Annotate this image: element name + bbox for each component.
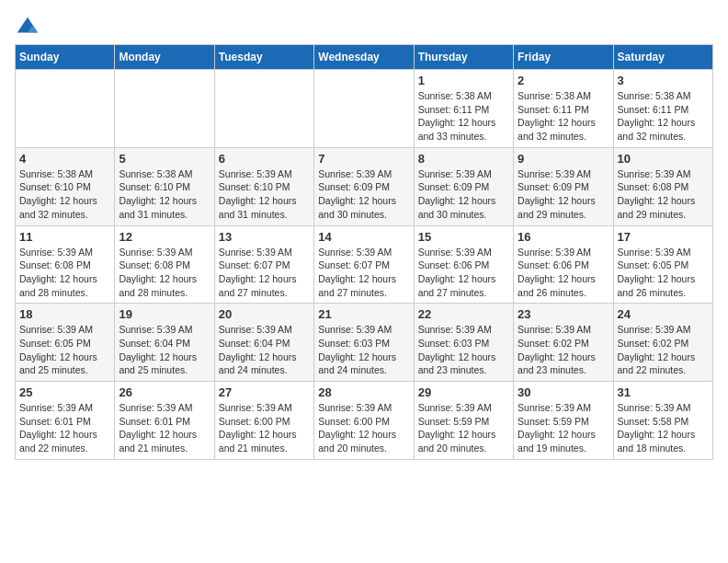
calendar-header-saturday: Saturday xyxy=(613,45,712,70)
day-number: 17 xyxy=(618,230,709,244)
calendar-cell: 20Sunrise: 5:39 AM Sunset: 6:04 PM Dayli… xyxy=(214,304,313,382)
day-number: 19 xyxy=(119,307,210,321)
calendar-cell xyxy=(115,70,214,148)
day-number: 12 xyxy=(119,230,210,244)
day-info: Sunrise: 5:39 AM Sunset: 6:03 PM Dayligh… xyxy=(418,323,509,377)
day-number: 24 xyxy=(618,307,709,321)
calendar-cell: 5Sunrise: 5:38 AM Sunset: 6:10 PM Daylig… xyxy=(115,147,214,225)
day-info: Sunrise: 5:39 AM Sunset: 6:00 PM Dayligh… xyxy=(318,401,409,455)
calendar-cell xyxy=(16,70,115,148)
calendar-cell: 31Sunrise: 5:39 AM Sunset: 5:58 PM Dayli… xyxy=(613,382,712,460)
day-info: Sunrise: 5:39 AM Sunset: 5:59 PM Dayligh… xyxy=(418,401,509,455)
day-number: 25 xyxy=(19,385,110,399)
day-number: 20 xyxy=(219,307,310,321)
header xyxy=(15,15,713,40)
day-number: 3 xyxy=(618,74,709,87)
day-info: Sunrise: 5:39 AM Sunset: 6:01 PM Dayligh… xyxy=(119,401,210,455)
calendar-cell: 28Sunrise: 5:39 AM Sunset: 6:00 PM Dayli… xyxy=(314,382,414,460)
day-info: Sunrise: 5:39 AM Sunset: 6:02 PM Dayligh… xyxy=(518,323,609,377)
calendar-cell: 14Sunrise: 5:39 AM Sunset: 6:07 PM Dayli… xyxy=(314,225,414,304)
calendar-cell: 30Sunrise: 5:39 AM Sunset: 5:59 PM Dayli… xyxy=(514,382,613,460)
day-number: 11 xyxy=(19,230,110,244)
calendar-header-wednesday: Wednesday xyxy=(314,45,414,70)
calendar-cell: 17Sunrise: 5:39 AM Sunset: 6:05 PM Dayli… xyxy=(613,225,712,304)
calendar-cell: 15Sunrise: 5:39 AM Sunset: 6:06 PM Dayli… xyxy=(414,225,513,304)
day-number: 29 xyxy=(418,385,509,399)
calendar-week-row: 25Sunrise: 5:39 AM Sunset: 6:01 PM Dayli… xyxy=(16,382,713,460)
day-info: Sunrise: 5:38 AM Sunset: 6:10 PM Dayligh… xyxy=(19,167,110,222)
day-number: 8 xyxy=(418,152,509,166)
day-number: 26 xyxy=(119,385,210,399)
calendar-cell: 16Sunrise: 5:39 AM Sunset: 6:06 PM Dayli… xyxy=(514,225,613,304)
calendar-cell: 7Sunrise: 5:39 AM Sunset: 6:09 PM Daylig… xyxy=(314,147,414,225)
calendar-cell: 4Sunrise: 5:38 AM Sunset: 6:10 PM Daylig… xyxy=(16,147,115,225)
calendar-week-row: 18Sunrise: 5:39 AM Sunset: 6:05 PM Dayli… xyxy=(16,304,713,382)
calendar-cell: 9Sunrise: 5:39 AM Sunset: 6:09 PM Daylig… xyxy=(514,147,613,225)
calendar-week-row: 11Sunrise: 5:39 AM Sunset: 6:08 PM Dayli… xyxy=(16,225,713,304)
day-info: Sunrise: 5:39 AM Sunset: 6:02 PM Dayligh… xyxy=(618,323,709,377)
calendar-cell xyxy=(214,70,313,148)
calendar-cell: 18Sunrise: 5:39 AM Sunset: 6:05 PM Dayli… xyxy=(16,304,115,382)
calendar-week-row: 4Sunrise: 5:38 AM Sunset: 6:10 PM Daylig… xyxy=(16,147,713,225)
day-number: 2 xyxy=(518,74,609,87)
day-info: Sunrise: 5:39 AM Sunset: 6:07 PM Dayligh… xyxy=(318,246,409,300)
calendar-cell: 13Sunrise: 5:39 AM Sunset: 6:07 PM Dayli… xyxy=(214,225,313,304)
calendar: SundayMondayTuesdayWednesdayThursdayFrid… xyxy=(15,44,713,460)
calendar-header-monday: Monday xyxy=(115,45,214,70)
calendar-cell: 27Sunrise: 5:39 AM Sunset: 6:00 PM Dayli… xyxy=(214,382,313,460)
day-info: Sunrise: 5:39 AM Sunset: 6:03 PM Dayligh… xyxy=(318,323,409,377)
day-info: Sunrise: 5:39 AM Sunset: 6:09 PM Dayligh… xyxy=(518,167,609,222)
calendar-cell: 8Sunrise: 5:39 AM Sunset: 6:09 PM Daylig… xyxy=(414,147,513,225)
calendar-header-row: SundayMondayTuesdayWednesdayThursdayFrid… xyxy=(16,45,713,70)
day-info: Sunrise: 5:39 AM Sunset: 6:09 PM Dayligh… xyxy=(418,167,509,222)
day-number: 30 xyxy=(518,385,609,399)
calendar-cell: 19Sunrise: 5:39 AM Sunset: 6:04 PM Dayli… xyxy=(115,304,214,382)
logo-icon xyxy=(15,15,40,40)
day-number: 6 xyxy=(219,152,310,166)
calendar-cell: 23Sunrise: 5:39 AM Sunset: 6:02 PM Dayli… xyxy=(514,304,613,382)
calendar-cell xyxy=(314,70,414,148)
day-number: 16 xyxy=(518,230,609,244)
day-number: 15 xyxy=(418,230,509,244)
calendar-header-thursday: Thursday xyxy=(414,45,513,70)
day-info: Sunrise: 5:39 AM Sunset: 6:05 PM Dayligh… xyxy=(19,323,110,377)
day-info: Sunrise: 5:38 AM Sunset: 6:10 PM Dayligh… xyxy=(119,167,210,222)
calendar-cell: 29Sunrise: 5:39 AM Sunset: 5:59 PM Dayli… xyxy=(414,382,513,460)
day-number: 28 xyxy=(318,385,409,399)
calendar-cell: 21Sunrise: 5:39 AM Sunset: 6:03 PM Dayli… xyxy=(314,304,414,382)
day-info: Sunrise: 5:39 AM Sunset: 6:04 PM Dayligh… xyxy=(119,323,210,377)
day-number: 22 xyxy=(418,307,509,321)
calendar-cell: 1Sunrise: 5:38 AM Sunset: 6:11 PM Daylig… xyxy=(414,70,513,148)
calendar-cell: 3Sunrise: 5:38 AM Sunset: 6:11 PM Daylig… xyxy=(613,70,712,148)
day-info: Sunrise: 5:39 AM Sunset: 6:08 PM Dayligh… xyxy=(618,167,709,222)
day-number: 18 xyxy=(19,307,110,321)
calendar-cell: 22Sunrise: 5:39 AM Sunset: 6:03 PM Dayli… xyxy=(414,304,513,382)
day-info: Sunrise: 5:39 AM Sunset: 5:59 PM Dayligh… xyxy=(518,401,609,455)
logo xyxy=(15,15,44,40)
calendar-cell: 10Sunrise: 5:39 AM Sunset: 6:08 PM Dayli… xyxy=(613,147,712,225)
calendar-cell: 24Sunrise: 5:39 AM Sunset: 6:02 PM Dayli… xyxy=(613,304,712,382)
day-info: Sunrise: 5:39 AM Sunset: 6:00 PM Dayligh… xyxy=(219,401,310,455)
calendar-header-tuesday: Tuesday xyxy=(214,45,313,70)
day-info: Sunrise: 5:39 AM Sunset: 6:04 PM Dayligh… xyxy=(219,323,310,377)
day-number: 27 xyxy=(219,385,310,399)
calendar-cell: 11Sunrise: 5:39 AM Sunset: 6:08 PM Dayli… xyxy=(16,225,115,304)
day-info: Sunrise: 5:39 AM Sunset: 6:08 PM Dayligh… xyxy=(119,246,210,300)
day-info: Sunrise: 5:38 AM Sunset: 6:11 PM Dayligh… xyxy=(518,89,609,144)
day-info: Sunrise: 5:39 AM Sunset: 6:06 PM Dayligh… xyxy=(518,246,609,300)
day-info: Sunrise: 5:39 AM Sunset: 6:05 PM Dayligh… xyxy=(618,246,709,300)
day-number: 10 xyxy=(618,152,709,166)
day-info: Sunrise: 5:39 AM Sunset: 6:07 PM Dayligh… xyxy=(219,246,310,300)
day-number: 4 xyxy=(19,152,110,166)
calendar-week-row: 1Sunrise: 5:38 AM Sunset: 6:11 PM Daylig… xyxy=(16,70,713,148)
day-info: Sunrise: 5:39 AM Sunset: 6:09 PM Dayligh… xyxy=(318,167,409,222)
day-info: Sunrise: 5:39 AM Sunset: 6:06 PM Dayligh… xyxy=(418,246,509,300)
calendar-header-sunday: Sunday xyxy=(16,45,115,70)
day-number: 14 xyxy=(318,230,409,244)
calendar-cell: 12Sunrise: 5:39 AM Sunset: 6:08 PM Dayli… xyxy=(115,225,214,304)
day-number: 1 xyxy=(418,74,509,87)
calendar-cell: 6Sunrise: 5:39 AM Sunset: 6:10 PM Daylig… xyxy=(214,147,313,225)
day-number: 9 xyxy=(518,152,609,166)
calendar-cell: 2Sunrise: 5:38 AM Sunset: 6:11 PM Daylig… xyxy=(514,70,613,148)
day-number: 31 xyxy=(618,385,709,399)
